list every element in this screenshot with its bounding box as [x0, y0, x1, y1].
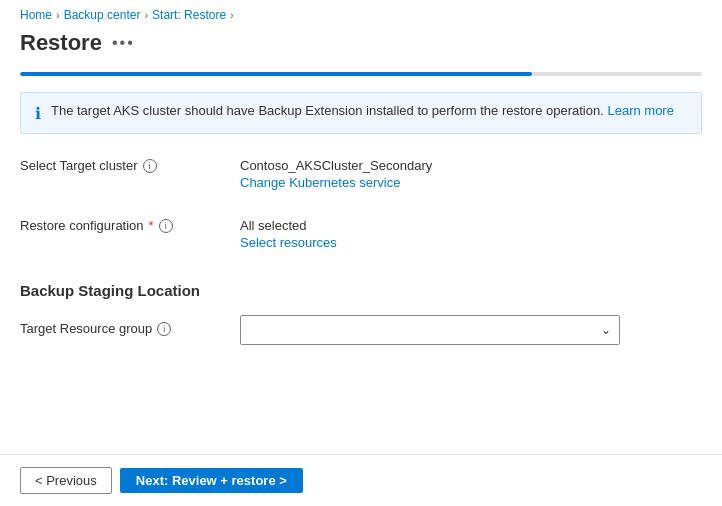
progress-bar-fill: [20, 72, 532, 76]
info-banner-icon: ℹ: [35, 104, 41, 123]
restore-config-row: Restore configuration * i All selected S…: [20, 214, 702, 254]
breadcrumb-start-restore[interactable]: Start: Restore: [152, 8, 226, 22]
target-cluster-row: Select Target cluster i Contoso_AKSClust…: [20, 154, 702, 194]
learn-more-link[interactable]: Learn more: [607, 103, 673, 118]
form-section: Select Target cluster i Contoso_AKSClust…: [0, 154, 722, 254]
page-title: Restore: [20, 30, 102, 56]
change-kubernetes-link[interactable]: Change Kubernetes service: [240, 175, 702, 190]
breadcrumb-sep-1: ›: [56, 9, 60, 21]
breadcrumb-sep-3: ›: [230, 9, 234, 21]
select-resources-link[interactable]: Select resources: [240, 235, 702, 250]
restore-config-value: All selected Select resources: [240, 214, 702, 250]
dropdown-wrap: Target Resource group i ⌄: [20, 315, 702, 345]
target-cluster-info-icon[interactable]: i: [143, 159, 157, 173]
info-banner: ℹ The target AKS cluster should have Bac…: [20, 92, 702, 134]
resource-group-label: Target Resource group: [20, 321, 152, 336]
more-actions-icon[interactable]: •••: [112, 34, 135, 52]
target-cluster-value: Contoso_AKSCluster_Secondary Change Kube…: [240, 154, 702, 190]
page-header: Restore •••: [0, 26, 722, 72]
breadcrumb-sep-2: ›: [144, 9, 148, 21]
restore-config-info-icon[interactable]: i: [159, 219, 173, 233]
progress-bar-container: [0, 72, 722, 76]
progress-bar-track: [20, 72, 702, 76]
breadcrumb: Home › Backup center › Start: Restore ›: [0, 0, 722, 26]
resource-group-dropdown[interactable]: ⌄: [240, 315, 620, 345]
previous-button[interactable]: < Previous: [20, 467, 112, 494]
info-banner-text: The target AKS cluster should have Backu…: [51, 103, 674, 118]
next-button[interactable]: Next: Review + restore >: [120, 468, 303, 493]
breadcrumb-home[interactable]: Home: [20, 8, 52, 22]
restore-config-label: Restore configuration * i: [20, 214, 240, 233]
resource-group-info-icon[interactable]: i: [157, 322, 171, 336]
footer: < Previous Next: Review + restore >: [0, 454, 722, 506]
backup-staging-section-title: Backup Staging Location: [0, 274, 722, 315]
dropdown-chevron-icon: ⌄: [601, 323, 611, 337]
resource-group-label-col: Target Resource group i: [20, 315, 240, 336]
target-cluster-label: Select Target cluster i: [20, 154, 240, 173]
breadcrumb-backup-center[interactable]: Backup center: [64, 8, 141, 22]
resource-group-row: Target Resource group i ⌄: [0, 315, 722, 345]
page-wrapper: Home › Backup center › Start: Restore › …: [0, 0, 722, 506]
required-star: *: [149, 218, 154, 233]
